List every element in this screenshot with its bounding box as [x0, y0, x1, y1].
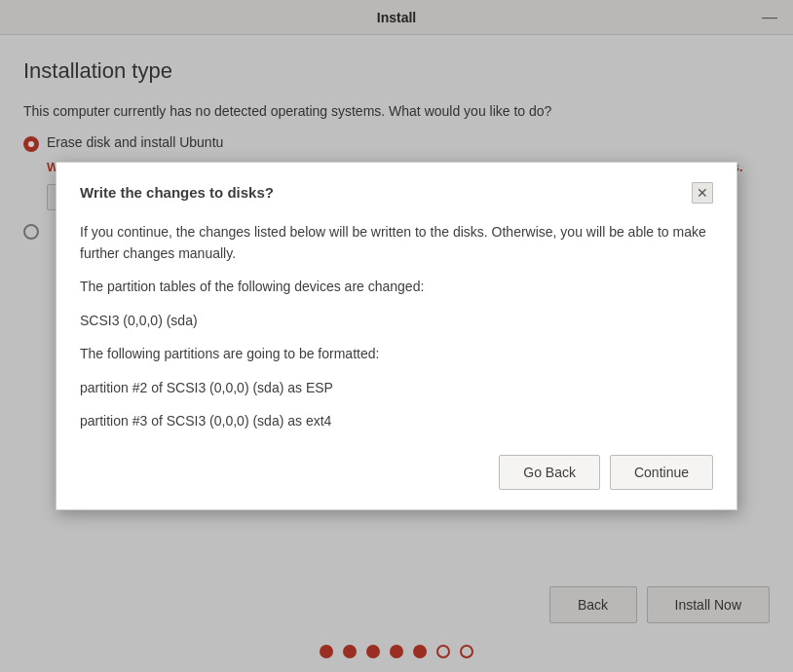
- dialog-device-name: SCSI3 (0,0,0) (sda): [80, 310, 713, 331]
- dialog-line-1: If you continue, the changes listed belo…: [80, 221, 713, 265]
- dialog-header: Write the changes to disks? ✕: [80, 182, 713, 204]
- dialog-close-button[interactable]: ✕: [692, 182, 713, 204]
- dialog-partition-ext4: partition #3 of SCSI3 (0,0,0) (sda) as e…: [80, 410, 713, 431]
- modal-overlay: Write the changes to disks? ✕ If you con…: [0, 0, 793, 672]
- write-changes-dialog: Write the changes to disks? ✕ If you con…: [56, 162, 737, 511]
- dialog-body: If you continue, the changes listed belo…: [80, 221, 713, 432]
- dialog-partitions-heading: The following partitions are going to be…: [80, 343, 713, 364]
- continue-button[interactable]: Continue: [610, 455, 713, 490]
- go-back-button[interactable]: Go Back: [499, 455, 600, 490]
- dialog-title: Write the changes to disks?: [80, 184, 274, 201]
- dialog-partition-esp: partition #2 of SCSI3 (0,0,0) (sda) as E…: [80, 377, 713, 398]
- dialog-footer: Go Back Continue: [80, 455, 713, 490]
- dialog-partition-table-heading: The partition tables of the following de…: [80, 276, 713, 297]
